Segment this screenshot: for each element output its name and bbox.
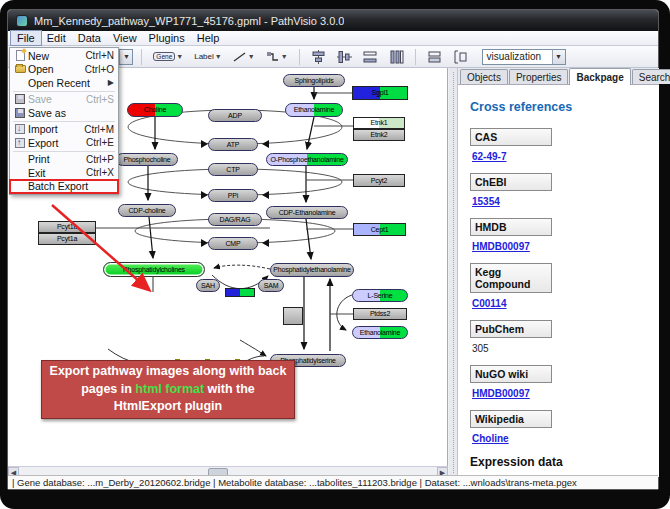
pathway-node-phosphocholine[interactable]: Phosphocholine <box>116 153 178 166</box>
menu-item-label: Open <box>28 63 79 75</box>
menu-view[interactable]: View <box>107 31 143 45</box>
expression-data-heading: Expression data <box>470 455 659 469</box>
cross-reference-sections: CAS62-49-7ChEBI15354HMDBHMDB00097Kegg Co… <box>470 128 659 446</box>
menu-edit[interactable]: Edit <box>41 31 72 45</box>
menu-help[interactable]: Help <box>191 31 226 45</box>
connector-shape-icon <box>266 51 280 63</box>
file-menu-item-exit[interactable]: ExitCtrl+X <box>10 166 118 180</box>
menu-plugins[interactable]: Plugins <box>143 31 191 45</box>
label-tool-button[interactable]: Label ▼ <box>191 48 225 66</box>
pathway-node-atp[interactable]: ATP <box>208 138 258 151</box>
tab-properties[interactable]: Properties <box>509 69 569 84</box>
tab-search[interactable]: Search <box>632 69 670 84</box>
shape-tool-arrow-icon[interactable]: ▼ <box>281 53 288 60</box>
file-menu-item-import[interactable]: ImportCtrl+M <box>10 123 118 137</box>
file-menu-item-open-recent[interactable]: Open Recent▶ <box>10 76 118 90</box>
xref-source-name: HMDB <box>470 218 552 236</box>
pathway-node-pcyt1b[interactable]: Pcyt1b <box>38 221 96 233</box>
xref-link[interactable]: 15354 <box>472 196 500 207</box>
menu-item-shortcut: Ctrl+S <box>80 94 114 105</box>
pathway-node-etnk2[interactable]: Etnk2 <box>353 129 405 141</box>
menu-file[interactable]: File <box>11 31 41 45</box>
menu-item-shortcut: Ctrl+E <box>80 137 114 148</box>
menu-item-label: Open Recent <box>28 77 108 89</box>
pathway-node-sphingolipids[interactable]: Sphingolipids <box>283 74 345 87</box>
pathway-node-l-serine[interactable]: L-Serine <box>352 289 408 302</box>
distribute-horizontal-button[interactable] <box>360 48 381 66</box>
file-menu-item-new[interactable]: NewCtrl+N <box>10 49 118 63</box>
xref-section-hmdb: HMDBHMDB00097 <box>470 218 659 254</box>
xref-link[interactable]: HMDB00097 <box>472 388 530 399</box>
pathway-node-cdp-ethanolamine[interactable]: CDP-Ethanolamine <box>266 206 348 219</box>
label-tool-arrow-icon[interactable]: ▼ <box>215 53 222 60</box>
visualization-dropdown-arrow-icon[interactable]: ▼ <box>552 50 565 64</box>
pathway-node-pcyt1a[interactable]: Pcyt1a <box>38 233 96 245</box>
menu-bar: FileEditDataViewPluginsHelp <box>8 31 658 46</box>
xref-link[interactable]: 62-49-7 <box>472 151 506 162</box>
file-menu-item-export[interactable]: ExportCtrl+E <box>10 136 118 150</box>
menu-separator <box>13 151 115 152</box>
toolbar-separator <box>415 49 416 65</box>
pathway-node-cept1[interactable]: Cept1 <box>353 223 406 236</box>
file-menu-item-print[interactable]: PrintCtrl+P <box>10 153 118 167</box>
menu-data[interactable]: Data <box>72 31 107 45</box>
pathway-node-hidden-gene-2[interactable] <box>283 307 303 325</box>
tab-objects[interactable]: Objects <box>460 69 508 84</box>
align-center-horizontal-button[interactable] <box>334 48 355 66</box>
line-tool-button[interactable]: ▼ <box>230 48 258 66</box>
submenu-arrow-icon: ▶ <box>108 78 114 87</box>
pathway-node-ptdss2[interactable]: Ptdss2 <box>353 308 407 320</box>
pathway-node-phosphatidylethanolamine[interactable]: Phosphatidylethanolamine <box>270 263 354 277</box>
pathway-node-choline[interactable]: Choline <box>127 103 183 117</box>
side-panel: ObjectsPropertiesBackpageSearchLegend Cr… <box>458 68 659 477</box>
file-menu-item-batch-export[interactable]: Batch Export <box>10 180 118 194</box>
shape-tool-button[interactable]: ▼ <box>263 48 291 66</box>
file-menu-item-save-as[interactable]: Save as <box>10 106 118 120</box>
title-bar[interactable]: Mm_Kennedy_pathway_WP1771_45176.gpml - P… <box>8 10 658 31</box>
gene-tool-arrow-icon[interactable]: ▼ <box>176 53 183 60</box>
pathway-node-sam[interactable]: SAM <box>258 279 284 292</box>
menu-item-label: Print <box>28 153 80 165</box>
line-tool-arrow-icon[interactable]: ▼ <box>248 53 255 60</box>
pathway-node-hidden-gene-1[interactable] <box>225 288 255 297</box>
pathway-node-cmp[interactable]: CMP <box>208 237 258 250</box>
xref-source-name: NuGO wiki <box>470 365 552 383</box>
xref-section-kegg-compound: Kegg CompoundC00114 <box>470 263 659 311</box>
xref-link[interactable]: HMDB00097 <box>472 241 530 252</box>
xref-link[interactable]: Choline <box>472 433 509 444</box>
gene-tool-button[interactable]: Gene ▼ <box>150 48 186 66</box>
pathway-node-ctp[interactable]: CTP <box>208 163 258 176</box>
xref-link[interactable]: C00114 <box>472 298 506 309</box>
stack-button[interactable] <box>424 48 445 66</box>
pathway-node-sah[interactable]: SAH <box>196 279 220 292</box>
pathway-node-cdp-choline[interactable]: CDP-choline <box>118 204 176 217</box>
distribute-vertical-icon <box>389 50 404 64</box>
pathway-node-dag-rag[interactable]: DAG/RAG <box>208 213 262 226</box>
tab-backpage[interactable]: Backpage <box>569 68 630 85</box>
align-center-horizontal-icon <box>337 50 352 64</box>
pathway-node-pcyt2[interactable]: Pcyt2 <box>353 174 405 187</box>
distribute-vertical-button[interactable] <box>386 48 407 66</box>
callout-line-3: HtmlExport plugin <box>42 398 294 416</box>
menu-item-label: Batch Export <box>28 180 114 192</box>
open-icon <box>15 65 26 73</box>
pathway-node-ethanolamine[interactable]: Ethanolamine <box>285 103 343 117</box>
pathway-node-etnk1[interactable]: Etnk1 <box>353 117 405 129</box>
group-button[interactable] <box>450 48 471 66</box>
zoom-dropdown-arrow-icon[interactable]: ▼ <box>119 50 132 64</box>
align-center-vertical-button[interactable] <box>308 48 329 66</box>
annotation-callout: Export pathway images along with back pa… <box>41 360 295 419</box>
pathway-node-adp[interactable]: ADP <box>208 109 262 122</box>
pathway-node-o-phosphoethanolamine[interactable]: O-Phosphoethanolamine <box>266 153 348 166</box>
menu-item-shortcut: Ctrl+N <box>79 50 114 61</box>
pathway-node-phosphatidylcholines[interactable]: Phosphatidylcholines <box>103 262 205 277</box>
visualization-combobox[interactable]: visualization ▼ <box>482 49 566 65</box>
file-menu-item-save[interactable]: SaveCtrl+S <box>10 93 118 107</box>
xref-source-name: CAS <box>470 128 552 146</box>
panel-splitter[interactable] <box>449 68 458 477</box>
pathway-node-ethanolamine-2[interactable]: Ethanolamine <box>352 326 408 339</box>
pathway-node-sgpl1[interactable]: Sgpl1 <box>352 86 408 100</box>
menu-item-shortcut: Ctrl+P <box>80 154 114 165</box>
file-menu-item-open[interactable]: OpenCtrl+O <box>10 63 118 77</box>
pathway-node-ppi[interactable]: PPi <box>208 189 258 202</box>
